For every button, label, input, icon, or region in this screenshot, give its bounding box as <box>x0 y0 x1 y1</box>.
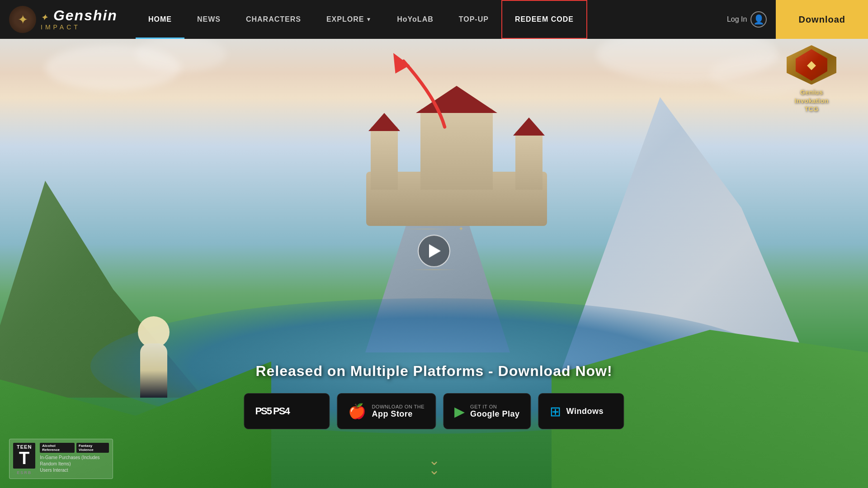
windows-main: Windows <box>566 407 604 416</box>
castle-tower-right <box>515 131 542 190</box>
nav-explore-label: EXPLORE ▼ <box>326 15 372 23</box>
nav-news[interactable]: NEWS <box>184 0 233 39</box>
appstore-sub: Download on the <box>372 404 425 409</box>
esrb-badge-1: Alcohol Reference <box>40 443 75 453</box>
tcg-diamond-inner: ◆ <box>796 49 827 81</box>
login-button[interactable]: Log In 👤 <box>727 11 767 28</box>
castle-tower-center <box>420 108 493 190</box>
nav-right: Log In 👤 Download <box>727 0 859 39</box>
chevron-down-icon-2: ⌄ <box>429 465 440 474</box>
logo-star: ✦ <box>41 13 48 22</box>
googleplay-button[interactable]: ▶ GET IT ON Google Play <box>443 393 531 429</box>
platform-buttons-container: PS5 PS4 🍎 Download on the App Store ▶ GE… <box>244 393 624 429</box>
googleplay-text: GET IT ON Google Play <box>470 404 520 419</box>
esrb-rating-label: TEEN T <box>13 443 35 469</box>
tcg-diamond-outer: ◆ <box>787 45 836 84</box>
googleplay-sub: GET IT ON <box>470 404 520 409</box>
nav-home[interactable]: HOME <box>136 0 184 39</box>
windows-icon: ⊞ <box>550 404 561 419</box>
appstore-button[interactable]: 🍎 Download on the App Store <box>337 393 436 429</box>
apple-icon: 🍎 <box>348 403 366 420</box>
playstation-icon: PS5 PS4 <box>255 405 289 417</box>
googleplay-icon: ▶ <box>454 404 465 419</box>
logo-impact: IMPACT <box>41 23 118 31</box>
character-silhouette <box>127 316 181 398</box>
esrb-badge-2: Fantasy Violence <box>76 443 109 453</box>
play-container: ✦ <box>404 225 464 272</box>
logo-icon: ✦ <box>9 6 36 33</box>
castle-tower-left <box>371 127 398 190</box>
scroll-indicator: ⌄ ⌄ <box>429 455 440 474</box>
esrb-rating-box: TEEN T ESRB <box>13 443 35 475</box>
logo-text: ✦ Genshin IMPACT <box>41 8 118 31</box>
play-button[interactable] <box>418 235 450 267</box>
nav-explore[interactable]: EXPLORE ▼ <box>314 0 384 39</box>
user-icon: 👤 <box>750 11 767 28</box>
appstore-text: Download on the App Store <box>372 404 425 419</box>
chevron-down-icon: ▼ <box>366 16 372 23</box>
appstore-main: App Store <box>372 409 425 419</box>
tcg-badge[interactable]: ◆ Genius Invokation TCG <box>782 45 841 113</box>
play-line-right <box>411 269 457 270</box>
windows-text: Windows <box>566 407 604 416</box>
nav-redeem[interactable]: REDEEM CODE <box>501 0 587 39</box>
nav-characters[interactable]: CHARACTERS <box>233 0 314 39</box>
esrb-description: In-Game Purchases (Includes Random Items… <box>40 455 109 474</box>
play-line-left <box>404 229 449 229</box>
navbar: ✦ ✦ Genshin IMPACT HOME NEWS CHARACTERS … <box>0 0 868 39</box>
tcg-card-icon: ◆ <box>807 58 816 72</box>
playstation-button[interactable]: PS5 PS4 <box>244 393 330 429</box>
play-decorative-bottom <box>411 269 457 270</box>
tcg-label: Genius Invokation TCG <box>794 88 828 113</box>
esrb-rating: TEEN T ESRB Alcohol Reference Fantasy Vi… <box>9 439 113 479</box>
windows-button[interactable]: ⊞ Windows <box>538 393 624 429</box>
nav-hoyolab[interactable]: HoYoLAB <box>384 0 446 39</box>
hero-background: ✦ Released on Multiple Platforms - Downl… <box>0 0 868 488</box>
user-avatar-icon: 👤 <box>753 14 764 25</box>
esrb-badges: Alcohol Reference Fantasy Violence <box>40 443 109 453</box>
cloud-2 <box>136 36 226 72</box>
logo[interactable]: ✦ ✦ Genshin IMPACT <box>9 6 118 33</box>
logo-genshin: ✦ Genshin <box>41 8 118 23</box>
nav-topup[interactable]: TOP-UP <box>446 0 501 39</box>
esrb-label: ESRB <box>17 470 32 475</box>
esrb-info: Alcohol Reference Fantasy Violence In-Ga… <box>40 443 109 474</box>
char-body <box>140 343 167 398</box>
login-label: Log In <box>727 15 747 23</box>
googleplay-main: Google Play <box>470 409 520 419</box>
nav-links: HOME NEWS CHARACTERS EXPLORE ▼ HoYoLAB T… <box>136 0 727 39</box>
play-decorative: ✦ <box>404 225 464 232</box>
castle <box>344 90 570 226</box>
play-ornament-left: ✦ <box>458 225 464 232</box>
download-button[interactable]: Download <box>776 0 868 39</box>
platform-tagline: Released on Multiple Platforms - Downloa… <box>255 363 612 380</box>
